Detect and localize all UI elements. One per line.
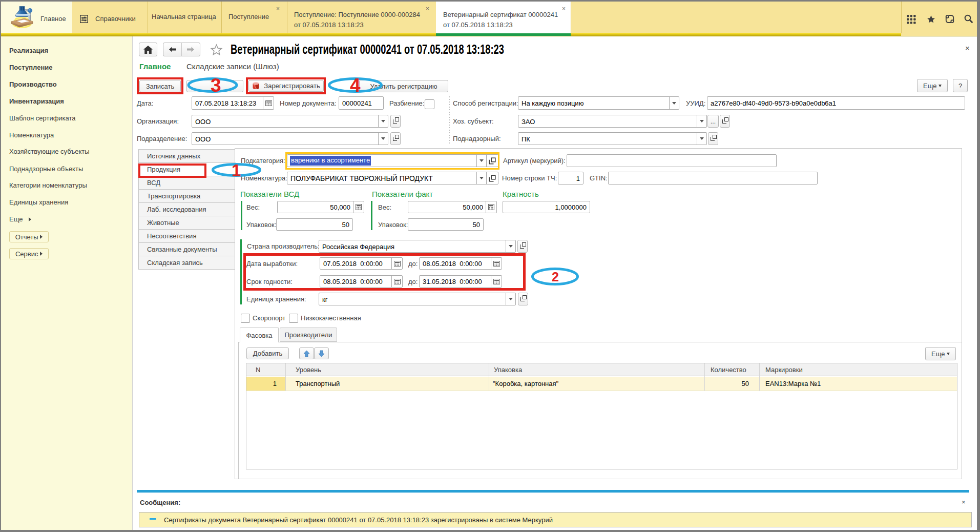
svg-text:Ветеринарный сертификат 000002: Ветеринарный сертификат 00000241 от 07.0… [231, 42, 504, 56]
